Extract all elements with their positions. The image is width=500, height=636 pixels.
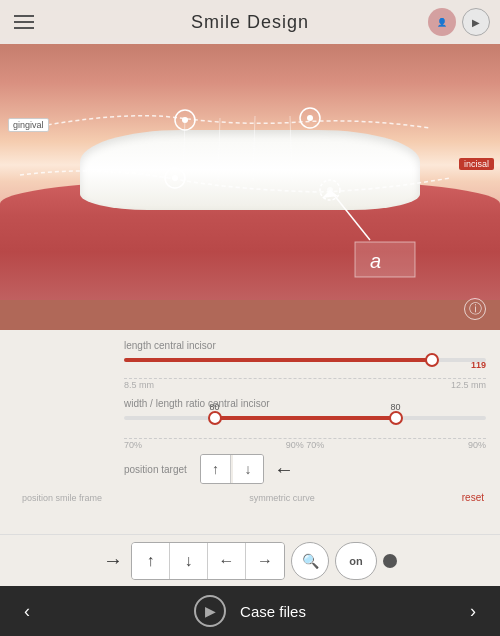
- bottom-nav: ‹ ▶ Case files ›: [0, 586, 500, 636]
- sliders-area: length central incisor 119 8.5 mm 12.5 m…: [124, 340, 486, 450]
- header-play-button[interactable]: ▶: [462, 8, 490, 36]
- info-button[interactable]: ⓘ: [464, 298, 486, 320]
- bottom-toolbar: → ↑ ↓ ← → 🔍 on: [0, 534, 500, 586]
- position-target-buttons: ↑ ↓: [200, 454, 264, 484]
- incisal-label: incisal: [459, 158, 494, 170]
- position-down-button[interactable]: ↓: [233, 455, 263, 483]
- header: Smile Design 👤 ▶: [0, 0, 500, 44]
- slider2-track[interactable]: 80 80: [124, 416, 486, 420]
- toolbar-arrow-right: →: [103, 549, 123, 572]
- menu-button[interactable]: [14, 15, 34, 29]
- psf-label: position smile frame: [22, 493, 102, 503]
- nav-prev-button[interactable]: ‹: [16, 597, 38, 626]
- profile-icon[interactable]: 👤: [428, 8, 456, 36]
- svg-line-11: [183, 118, 185, 180]
- symmetric-curve-label: symmetric curve: [249, 493, 315, 503]
- photo-area: a gingival incisal ⓘ: [0, 0, 500, 330]
- position-up-button[interactable]: ↑: [201, 455, 231, 483]
- gingival-label: gingival: [8, 118, 49, 132]
- move-left-button[interactable]: ←: [208, 543, 246, 579]
- design-overlay: a: [0, 0, 500, 330]
- play-icon: ▶: [205, 603, 216, 619]
- case-files-button[interactable]: Case files: [240, 603, 306, 620]
- slider1-label: length central incisor: [124, 340, 486, 351]
- on-label: on: [349, 555, 362, 567]
- slider1-track[interactable]: [124, 358, 486, 362]
- on-toggle-button[interactable]: on: [335, 542, 377, 580]
- svg-line-9: [253, 116, 255, 181]
- header-icons: 👤 ▶: [428, 8, 490, 36]
- svg-rect-14: [355, 242, 415, 277]
- position-arrow-indicator: ←: [274, 458, 294, 481]
- svg-text:a: a: [370, 250, 381, 272]
- search-icon: 🔍: [302, 553, 319, 569]
- position-target-label: position target: [124, 464, 194, 475]
- slider1-range: 8.5 mm 12.5 mm: [124, 380, 486, 390]
- svg-point-5: [172, 175, 178, 181]
- svg-line-10: [290, 116, 292, 180]
- slider2-range: 70% 90% 70% 90%: [124, 440, 486, 450]
- svg-point-3: [307, 115, 313, 121]
- position-target-row: position target ↑ ↓ ←: [124, 454, 486, 484]
- search-button[interactable]: 🔍: [291, 542, 329, 580]
- svg-line-12: [330, 190, 370, 240]
- page-title: Smile Design: [191, 12, 309, 33]
- slider2-label: width / length ratio central incisor: [124, 398, 486, 409]
- svg-line-8: [218, 118, 220, 180]
- psf-row: position smile frame symmetric curve res…: [14, 492, 486, 503]
- nav-center: ▶ Case files: [194, 595, 306, 627]
- move-up-button[interactable]: ↑: [132, 543, 170, 579]
- reset-button[interactable]: reset: [462, 492, 484, 503]
- movement-buttons: ↑ ↓ ← →: [131, 542, 285, 580]
- dot-indicator: [383, 554, 397, 568]
- move-right-button[interactable]: →: [246, 543, 284, 579]
- slider1-value: 119: [471, 360, 486, 370]
- nav-next-button[interactable]: ›: [462, 597, 484, 626]
- move-down-button[interactable]: ↓: [170, 543, 208, 579]
- nav-play-button[interactable]: ▶: [194, 595, 226, 627]
